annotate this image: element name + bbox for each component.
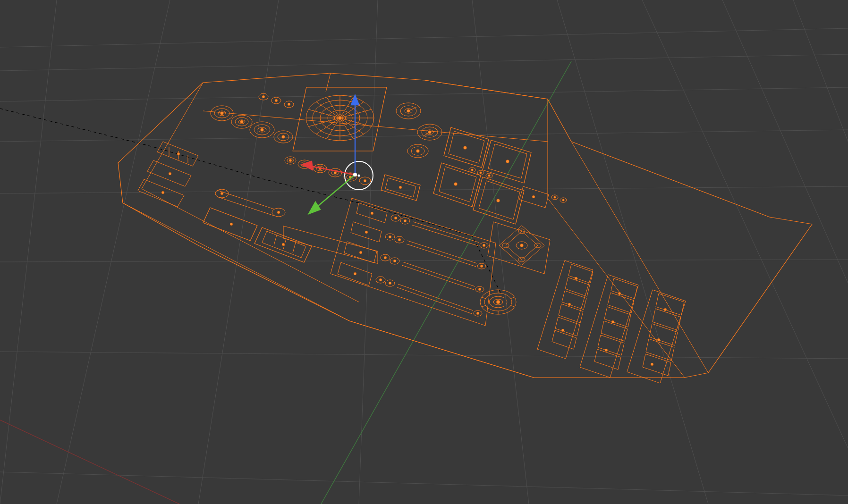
svg-point-101 xyxy=(416,150,420,153)
svg-point-138 xyxy=(404,219,407,222)
svg-point-156 xyxy=(393,260,396,262)
svg-line-167 xyxy=(397,287,472,314)
svg-line-10 xyxy=(198,0,279,504)
svg-point-196 xyxy=(651,363,653,366)
svg-point-187 xyxy=(520,244,524,247)
svg-point-194 xyxy=(664,308,667,311)
gizmo-axis-x[interactable] xyxy=(310,166,355,175)
svg-line-158 xyxy=(402,265,474,290)
gizmo-center[interactable] xyxy=(353,173,357,176)
svg-line-21 xyxy=(571,142,708,373)
svg-line-130 xyxy=(274,235,277,245)
floor-grid xyxy=(0,0,848,504)
svg-point-104 xyxy=(454,183,458,186)
svg-line-2 xyxy=(0,87,848,101)
screens[interactable] xyxy=(433,127,567,224)
svg-line-1 xyxy=(0,54,848,71)
gauges-upper-left[interactable] xyxy=(211,93,294,143)
svg-point-87 xyxy=(364,179,366,182)
big-knob[interactable] xyxy=(480,290,516,314)
svg-rect-88 xyxy=(283,226,378,264)
svg-line-8 xyxy=(0,0,57,504)
svg-point-66 xyxy=(262,95,265,98)
svg-point-73 xyxy=(289,159,292,162)
svg-point-57 xyxy=(240,120,244,124)
svg-point-128 xyxy=(220,192,223,195)
svg-line-178 xyxy=(510,305,514,307)
dashboard-panel[interactable] xyxy=(118,73,812,378)
svg-line-14 xyxy=(642,0,848,448)
svg-line-176 xyxy=(510,297,514,299)
svg-point-121 xyxy=(177,152,180,155)
relation-line-dashed xyxy=(0,109,500,293)
viewport-3d[interactable] xyxy=(0,0,848,504)
svg-line-166 xyxy=(398,284,473,311)
svg-point-143 xyxy=(371,212,373,215)
svg-point-61 xyxy=(261,128,264,132)
svg-point-109 xyxy=(480,172,482,174)
svg-point-170 xyxy=(354,272,356,275)
svg-point-189 xyxy=(568,303,571,306)
left-switches[interactable] xyxy=(138,142,312,262)
svg-point-117 xyxy=(399,186,402,189)
svg-line-5 xyxy=(0,260,848,262)
svg-line-177 xyxy=(482,305,486,307)
switch-columns[interactable] xyxy=(537,260,686,383)
svg-point-98 xyxy=(428,131,432,134)
svg-point-188 xyxy=(575,277,577,280)
svg-line-19 xyxy=(425,80,548,99)
axis-y-line xyxy=(321,61,571,504)
svg-point-147 xyxy=(398,238,401,241)
small-display[interactable] xyxy=(381,175,420,201)
svg-line-23 xyxy=(123,203,349,321)
svg-line-132 xyxy=(293,243,296,253)
svg-point-105 xyxy=(497,199,500,202)
knob-row[interactable] xyxy=(283,157,378,263)
svg-point-169 xyxy=(476,312,479,315)
svg-point-82 xyxy=(334,171,337,174)
svg-line-175 xyxy=(482,297,486,299)
svg-line-0 xyxy=(0,28,848,47)
svg-point-192 xyxy=(611,320,614,323)
svg-point-198 xyxy=(358,175,360,177)
svg-line-157 xyxy=(403,262,475,286)
svg-point-154 xyxy=(384,256,387,259)
svg-point-136 xyxy=(394,217,397,219)
svg-line-26 xyxy=(203,111,548,142)
svg-point-122 xyxy=(169,172,171,175)
svg-point-191 xyxy=(618,292,621,295)
svg-line-12 xyxy=(472,0,529,504)
gizmo-axis-y[interactable] xyxy=(315,175,355,209)
gizmo-arrow-y[interactable] xyxy=(309,202,320,214)
svg-point-64 xyxy=(282,135,285,139)
svg-point-195 xyxy=(657,338,660,341)
svg-point-114 xyxy=(554,196,556,199)
slider-bank[interactable] xyxy=(331,198,496,326)
svg-point-129 xyxy=(277,211,280,214)
svg-point-160 xyxy=(478,288,481,291)
svg-point-112 xyxy=(532,195,535,198)
svg-line-15 xyxy=(722,0,848,283)
svg-line-9 xyxy=(57,0,170,504)
svg-point-93 xyxy=(407,109,410,113)
svg-point-152 xyxy=(365,231,368,234)
svg-line-149 xyxy=(407,244,476,267)
svg-point-116 xyxy=(562,199,565,202)
svg-point-142 xyxy=(483,244,485,247)
svg-point-70 xyxy=(288,103,290,106)
svg-point-145 xyxy=(389,235,391,238)
svg-point-123 xyxy=(161,191,164,194)
svg-point-190 xyxy=(561,329,564,332)
svg-point-181 xyxy=(496,300,500,304)
svg-point-111 xyxy=(488,175,491,177)
svg-point-163 xyxy=(379,278,382,281)
compass-pad[interactable] xyxy=(488,222,550,274)
svg-point-193 xyxy=(605,349,608,352)
scene-svg[interactable] xyxy=(0,0,848,504)
svg-line-25 xyxy=(349,321,534,378)
svg-line-18 xyxy=(326,73,331,92)
svg-line-13 xyxy=(557,0,708,504)
svg-point-107 xyxy=(471,169,474,171)
svg-point-103 xyxy=(506,160,509,163)
svg-line-24 xyxy=(142,189,359,302)
